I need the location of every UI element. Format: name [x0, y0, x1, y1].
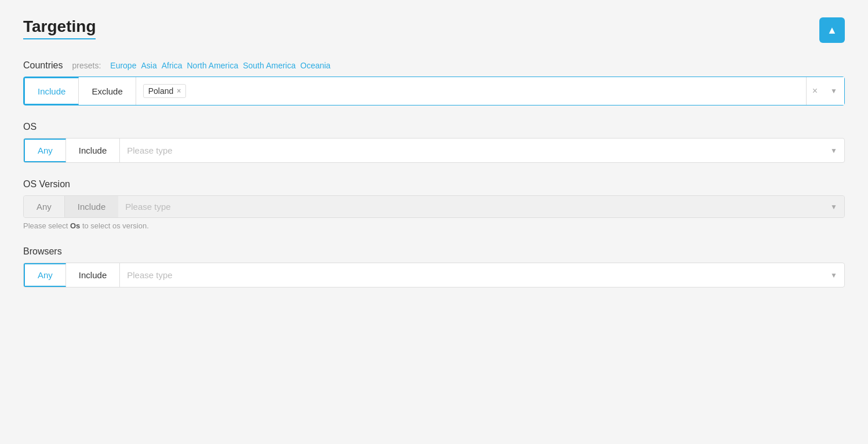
os-dropdown[interactable]: Please type ▼ — [120, 139, 844, 162]
countries-dropdown-arrow[interactable]: ▼ — [823, 77, 844, 105]
browsers-btn-group: Any Include — [24, 263, 120, 287]
country-tag-poland: Poland × — [143, 84, 187, 98]
tag-label: Poland — [148, 86, 174, 96]
os-version-btn-group: Any Include — [24, 196, 118, 217]
browsers-include-button[interactable]: Include — [66, 263, 120, 287]
upload-button[interactable]: ▲ — [819, 17, 845, 43]
tag-remove-poland[interactable]: × — [177, 87, 181, 95]
browsers-control-row: Any Include Please type ▼ — [23, 263, 845, 287]
preset-europe[interactable]: Europe — [110, 61, 136, 70]
os-label: OS — [23, 122, 37, 132]
os-version-label: OS Version — [23, 179, 70, 190]
os-version-include-button[interactable]: Include — [65, 196, 118, 217]
countries-exclude-button[interactable]: Exclude — [79, 77, 136, 105]
preset-africa[interactable]: Africa — [162, 61, 183, 70]
os-version-placeholder: Please type — [125, 202, 826, 212]
countries-section: Countries presets: Europe Asia Africa No… — [23, 60, 845, 105]
countries-control-row: Include Exclude Poland × × ▼ — [23, 77, 845, 105]
presets-label: presets: — [72, 61, 101, 70]
countries-btn-group: Include Exclude — [24, 77, 136, 105]
countries-tags-area[interactable]: Poland × — [136, 77, 806, 105]
browsers-dropdown[interactable]: Please type ▼ — [120, 263, 844, 287]
countries-include-button[interactable]: Include — [24, 77, 79, 105]
os-version-control-row: Any Include Please type ▼ — [23, 195, 845, 218]
countries-clear-button[interactable]: × — [806, 77, 823, 105]
browsers-label: Browsers — [23, 246, 62, 257]
browsers-section: Browsers Any Include Please type ▼ — [23, 246, 845, 287]
preset-south-america[interactable]: South America — [243, 61, 296, 70]
os-include-button[interactable]: Include — [66, 139, 120, 162]
preset-oceania[interactable]: Oceania — [300, 61, 330, 70]
os-any-button[interactable]: Any — [24, 139, 66, 162]
os-version-any-button[interactable]: Any — [24, 196, 65, 217]
os-version-help: Please select Os to select os version. — [23, 221, 845, 230]
os-btn-group: Any Include — [24, 139, 120, 162]
os-placeholder: Please type — [127, 145, 826, 155]
browsers-any-button[interactable]: Any — [24, 263, 66, 287]
preset-north-america[interactable]: North America — [187, 61, 238, 70]
browsers-dropdown-arrow: ▼ — [830, 271, 837, 279]
os-version-dropdown: Please type ▼ — [118, 196, 844, 217]
page-title: Targeting — [23, 17, 96, 36]
os-control-row: Any Include Please type ▼ — [23, 138, 845, 163]
os-version-dropdown-arrow: ▼ — [830, 203, 837, 211]
countries-label: Countries — [23, 60, 63, 71]
browsers-placeholder: Please type — [127, 270, 826, 280]
os-section: OS Any Include Please type ▼ — [23, 122, 845, 163]
preset-links: Europe Asia Africa North America South A… — [110, 61, 330, 70]
preset-asia[interactable]: Asia — [141, 61, 156, 70]
os-dropdown-arrow: ▼ — [830, 147, 837, 155]
os-version-section: OS Version Any Include Please type ▼ Ple… — [23, 179, 845, 230]
